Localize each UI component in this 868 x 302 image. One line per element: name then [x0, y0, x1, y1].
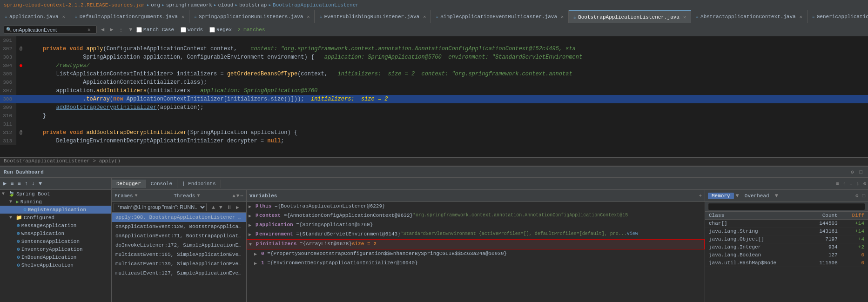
search-input[interactable]	[13, 27, 87, 33]
thread-selector[interactable]: *main*@1 in group "main": RUNN...	[114, 203, 207, 211]
close-icon-6[interactable]: ✕	[683, 14, 686, 20]
match-case-checkbox[interactable]	[136, 27, 142, 33]
debugger-toolbar-2[interactable]: ↑	[841, 181, 848, 187]
tab-memory[interactable]: Memory	[708, 193, 734, 199]
filter-sidebar-button[interactable]: ▼	[37, 180, 43, 188]
var-init-0[interactable]: ▶ 0 = {PropertySourceBootstrapConfigurat…	[247, 249, 705, 259]
breadcrumb-pkg1[interactable]: org	[151, 2, 160, 8]
view-link[interactable]: View	[627, 230, 638, 238]
close-icon-3[interactable]: ✕	[307, 14, 310, 20]
breadcrumb-cls[interactable]: BootstrapApplicationListener	[273, 2, 359, 8]
sidebar-item-springboot[interactable]: ▼ 🍃 Spring Boot	[0, 190, 111, 198]
sidebar-item-running[interactable]: ▼ ▶ Running	[0, 198, 111, 206]
memory-row-integer[interactable]: java.lang.Integer 934 +2	[705, 243, 868, 251]
var-this[interactable]: ▶ p this = {BootstrapApplicationListener…	[247, 202, 705, 211]
tab-console[interactable]: Console	[146, 180, 177, 188]
breadcrumb-jar[interactable]: spring-cloud-context-2.1.2.RELEASE-sourc…	[4, 2, 145, 8]
memory-row-boolean[interactable]: java.lang.Boolean 127 0	[705, 251, 868, 259]
tab-abstractappcontext[interactable]: ☕ AbstractApplicationContext.java ✕	[691, 10, 807, 23]
sidebar-item-sentenceapp[interactable]: ⚙ SentenceApplication	[0, 237, 111, 245]
frames-dropdown-icon[interactable]: ▼	[135, 193, 138, 198]
tab-endpoints[interactable]: | Endpoints	[177, 180, 221, 188]
memory-row-string[interactable]: java.lang.String 143161 +14	[705, 228, 868, 235]
breadcrumb-pkg3[interactable]: cloud	[218, 2, 233, 8]
debugger-toolbar-4[interactable]: ↕	[855, 181, 861, 187]
var-environment[interactable]: ▶ p environment = {StandardServletEnviro…	[247, 230, 705, 239]
settings-button[interactable]: ⚙	[849, 168, 856, 175]
regex-checkbox[interactable]	[209, 27, 215, 33]
sidebar-item-inboundapp[interactable]: ⚙ InBoundApplication	[0, 253, 111, 261]
sidebar-item-registerapplication[interactable]: ⚙ RegisterApplication	[0, 206, 111, 214]
regex-option[interactable]: Regex	[209, 27, 232, 33]
match-case-option[interactable]: Match Case	[136, 27, 174, 33]
tab-defaultappargs[interactable]: ☕ DefaultApplicationArguments.java ✕	[70, 10, 189, 23]
frame-item-multicast3[interactable]: multicastEvent:127, SimpleApplicationEve…	[112, 268, 246, 278]
col-count[interactable]: Count	[807, 212, 841, 220]
tab-springrunlisteners[interactable]: ☕ SpringApplicationRunListeners.java ✕	[189, 10, 315, 23]
debugger-toolbar-1[interactable]: ≡	[834, 181, 841, 187]
frame-options-button[interactable]: ⋯	[240, 193, 243, 199]
var-application[interactable]: ▶ p application = {SpringApplication@576…	[247, 221, 705, 230]
memory-row-object[interactable]: java.lang.Object[] 7197 +4	[705, 235, 868, 243]
memory-row-hashmap[interactable]: java.util.HashMap$Node 111508 0	[705, 259, 868, 267]
threads-dropdown-icon[interactable]: ▼	[197, 193, 200, 198]
run-button[interactable]: ▶	[2, 180, 8, 188]
tab-overhead[interactable]: Overhead	[741, 193, 773, 199]
breadcrumb-pkg4[interactable]: bootstrap	[239, 2, 267, 8]
close-icon-2[interactable]: ✕	[182, 14, 184, 20]
col-class[interactable]: Class	[705, 212, 807, 220]
search-options-button[interactable]: ⋮	[117, 27, 125, 33]
frame-item-onappevent2[interactable]: onApplicationEvent:71, BootstrapApplicat…	[112, 231, 246, 241]
expand-panel-button[interactable]: □	[857, 169, 864, 175]
words-checkbox[interactable]	[181, 27, 186, 33]
tab-simpleeventmulticaster[interactable]: ☕ SimpleApplicationEventMulticaster.java…	[431, 10, 569, 23]
frame-nav-down-button[interactable]: ▼	[236, 193, 240, 199]
sidebar-item-messageapp[interactable]: ⚙ MessageApplication	[0, 221, 111, 229]
variables-expand-button[interactable]: +	[699, 193, 702, 199]
sidebar-btn-3[interactable]: ↑	[23, 180, 29, 188]
breadcrumb-pkg2[interactable]: springframework	[166, 2, 212, 8]
var-context[interactable]: ▶ p context = {AnnotationConfigApplicati…	[247, 211, 705, 221]
sidebar-item-wmsapp[interactable]: ⚙ WmsApplication	[0, 229, 111, 237]
debugger-toolbar-3[interactable]: ↓	[848, 181, 855, 187]
tab-debugger[interactable]: Debugger	[112, 180, 146, 188]
prev-match-button[interactable]: ◀	[100, 26, 106, 34]
thread-pause-button[interactable]: ⏸	[227, 205, 232, 210]
close-icon-7[interactable]: ✕	[800, 14, 802, 20]
memory-search-input[interactable]	[708, 203, 865, 210]
memory-expand-button[interactable]: □	[862, 193, 865, 199]
next-match-button[interactable]: ▶	[108, 26, 114, 34]
sidebar-btn-2[interactable]: ≡	[16, 180, 22, 188]
thread-resume-button[interactable]: ▶	[236, 205, 239, 210]
memory-settings-button[interactable]: ⚙	[855, 193, 859, 199]
frame-item-multicast2[interactable]: multicastEvent:139, SimpleApplicationEve…	[112, 259, 246, 268]
words-option[interactable]: Words	[181, 27, 203, 33]
thread-nav-down-button[interactable]: ▼	[219, 205, 222, 210]
tab-bootstraplistener[interactable]: ☕ BootstrapApplicationListener.java ✕	[569, 10, 691, 23]
frame-item-multicast1[interactable]: multicastEvent:165, SimpleApplicationEve…	[112, 250, 246, 259]
debugger-toolbar-5[interactable]: ⚙	[861, 181, 868, 187]
var-init-1[interactable]: ▶ 1 = {EnvironmentDecryptApplicationInit…	[247, 259, 705, 268]
clear-search-button[interactable]: ✕	[87, 27, 91, 33]
tab-genericappcontext[interactable]: ☕ GenericApplicationContext.java ✕	[807, 10, 868, 23]
thread-nav-up-button[interactable]: ▲	[212, 205, 215, 210]
col-diff[interactable]: Diff	[841, 212, 868, 220]
sidebar-btn-4[interactable]: ↓	[30, 180, 36, 188]
filter-button[interactable]: ▼	[128, 27, 134, 33]
var-initializers[interactable]: ▼ p initializers = {ArrayList@9678} size…	[247, 239, 705, 249]
close-icon-4[interactable]: ✕	[423, 14, 426, 20]
close-icon[interactable]: ✕	[62, 14, 65, 20]
tab-eventpublishing[interactable]: ☕ EventPublishingRunListener.java ✕	[315, 10, 431, 23]
memory-row-char[interactable]: char[] 144503 +14	[705, 220, 868, 228]
sidebar-btn-1[interactable]: ≡	[9, 180, 15, 188]
sidebar-item-shelveapp[interactable]: ⚙ ShelveApplication	[0, 261, 111, 269]
sidebar-item-configured[interactable]: ▼ 📁 Configured	[0, 214, 111, 221]
frame-item-doinvoke[interactable]: doInvokeListener:172, SimpleApplicationE…	[112, 241, 246, 250]
close-icon-5[interactable]: ✕	[561, 14, 564, 20]
frame-item-apply[interactable]: apply:308, BootstrapApplicationListener …	[112, 213, 246, 222]
sidebar-item-inventoryapp[interactable]: ⚙ InventoryApplication	[0, 245, 111, 253]
tab-application[interactable]: ☕ application.java ✕	[0, 10, 70, 23]
frame-nav-up-button[interactable]: ▲	[232, 193, 236, 199]
code-editor[interactable]: 301 302 @ private void apply(Configurabl…	[0, 36, 868, 157]
frame-item-onappevent[interactable]: onApplicationEvent:120, BootstrapApplica…	[112, 222, 246, 231]
